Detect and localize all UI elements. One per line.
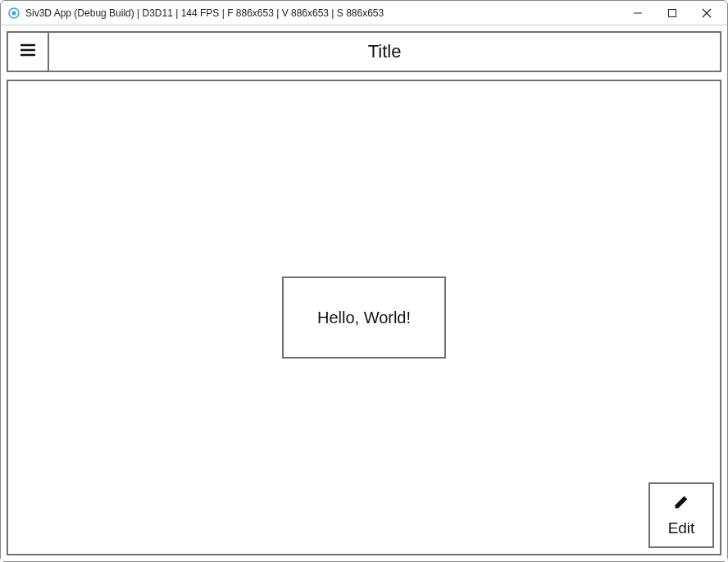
client-area: Title Hello, World! <box>1 25 727 561</box>
app-toolbar: Title <box>7 31 721 72</box>
titlebar: Siv3D App (Debug Build) | D3D11 | 144 FP… <box>1 1 727 25</box>
edit-icon <box>672 493 690 514</box>
svg-point-1 <box>12 11 16 15</box>
content-area: Hello, World! Edit <box>7 80 721 555</box>
minimize-button[interactable] <box>632 7 644 19</box>
maximize-button[interactable] <box>667 7 678 19</box>
edit-button-label: Edit <box>668 519 695 537</box>
window-title: Siv3D App (Debug Build) | D3D11 | 144 FP… <box>25 7 632 19</box>
window-controls <box>632 7 721 19</box>
toolbar-title: Title <box>49 33 720 71</box>
app-window: Siv3D App (Debug Build) | D3D11 | 144 FP… <box>0 0 728 562</box>
close-button[interactable] <box>701 7 712 19</box>
hamburger-icon <box>20 42 36 62</box>
svg-rect-3 <box>669 9 676 16</box>
app-icon <box>7 7 20 20</box>
hello-box: Hello, World! <box>282 276 446 359</box>
menu-button[interactable] <box>8 33 49 71</box>
edit-button[interactable]: Edit <box>648 482 714 548</box>
hello-text: Hello, World! <box>317 308 411 327</box>
